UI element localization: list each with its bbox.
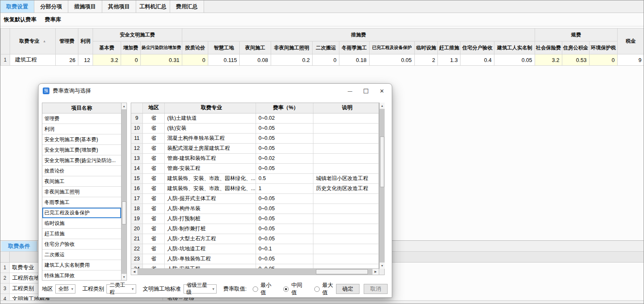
rate-cell-profession[interactable]: 建筑装饰、安装、市政、园林绿化、... <box>165 174 256 183</box>
fee-cell[interactable]: 0 <box>121 54 141 66</box>
dialog-titlebar[interactable]: 预 费率查询与选择 — ☐ ✕ <box>39 84 392 98</box>
rate-table-vscrollbar[interactable]: ▲ ▼ <box>379 103 385 269</box>
rate-table-row[interactable]: 10省(轨)安装0~0.05 <box>131 124 379 134</box>
rate-cell-rate[interactable]: 0~0.05 <box>256 214 313 224</box>
rate-table-row[interactable]: 18省人防-构件吊装0~0.05 <box>131 204 379 214</box>
rate-cell-region[interactable]: 省 <box>143 134 165 143</box>
fee-col-header[interactable]: 按质论价 <box>182 41 208 54</box>
rate-cell-profession[interactable]: 人防-安装工程 <box>165 264 256 269</box>
civilized-site-standard-select[interactable]: 省级三星级 ▼ <box>184 284 217 294</box>
list-item[interactable]: 特殊施工降效 <box>42 271 121 280</box>
list-item[interactable]: 安全文明施工费(增加费) <box>42 145 121 155</box>
fee-col-header[interactable]: 赶工措施 <box>438 41 460 54</box>
list-item[interactable]: 安全文明施工费(基本费) <box>42 134 121 145</box>
rate-cell-region[interactable]: 省 <box>143 234 165 244</box>
rate-cell-note[interactable] <box>313 214 379 224</box>
rate-cell-rate[interactable]: 0~0.1 <box>256 244 313 254</box>
list-item[interactable]: 建筑工人实名制费用 <box>42 260 121 271</box>
list-item[interactable]: 住宅分户验收 <box>42 239 121 250</box>
fee-cell[interactable]: 1.3 <box>438 54 460 66</box>
list-item[interactable]: 非夜间施工照明 <box>42 187 121 197</box>
list-item[interactable]: 管理费 <box>42 113 121 124</box>
fee-cell[interactable]: 0.4 <box>460 54 494 66</box>
sort-asc-icon[interactable]: ▲ <box>43 39 46 43</box>
radio-option-1[interactable]: 中间值 <box>283 281 305 296</box>
rate-table-row[interactable]: 17省人防-掘开式主体工程0~0.05 <box>131 194 379 204</box>
rate-library-button[interactable]: 费率库 <box>45 16 61 23</box>
radio-option-0[interactable]: 最小值 <box>253 281 274 296</box>
rate-cell-profession[interactable]: 人防-制作兼打桩 <box>165 224 256 234</box>
rate-cell-region[interactable]: 省 <box>143 164 165 173</box>
fee-col-header[interactable]: 增加费 <box>121 41 141 54</box>
fee-col-header[interactable]: 管理费 <box>56 28 78 54</box>
scroll-right-icon[interactable]: ▶ <box>372 269 379 275</box>
rate-table-row[interactable]: 23省人防-单独装饰工程0~0.05 <box>131 254 379 264</box>
region-select[interactable]: 全部 ▼ <box>55 284 75 294</box>
fee-cell[interactable]: 0 <box>182 54 208 66</box>
item-list-scrollbar[interactable]: ▲ ▼ <box>121 103 127 280</box>
radio-icon[interactable] <box>283 286 289 292</box>
rate-cell-rate[interactable]: 0~0.05 <box>256 194 313 204</box>
fee-cell[interactable]: 0.08 <box>240 54 271 66</box>
rate-cell-region[interactable]: 省 <box>143 204 165 214</box>
rate-cell-profession[interactable]: 人防-掘开式主体工程 <box>165 194 256 204</box>
tab-2[interactable]: 措施项目 <box>68 0 102 13</box>
fee-col-header[interactable]: 非夜间施工照明 <box>271 41 313 54</box>
tab-1[interactable]: 分部分项 <box>34 0 68 13</box>
rate-cell-profession[interactable]: (轨)土建轨道 <box>165 113 256 123</box>
rate-header-profession[interactable]: 取费专业 <box>165 103 256 113</box>
list-item[interactable]: 临时设施 <box>42 218 121 229</box>
list-item[interactable]: 利润 <box>42 124 121 134</box>
rate-cell-rate[interactable]: 0~0.02 <box>256 113 313 123</box>
rate-table-row[interactable]: 20省人防-制作兼打桩0~0.05 <box>131 224 379 234</box>
rate-cell-note[interactable] <box>313 194 379 204</box>
rate-table-vscroll-thumb[interactable] <box>380 137 384 187</box>
tab-3[interactable]: 其他项目 <box>102 0 136 13</box>
fee-col-header[interactable]: 冬雨季施工 <box>339 41 370 54</box>
rate-table-row[interactable]: 19省人防-打预制桩0~0.05 <box>131 214 379 224</box>
list-item[interactable]: 按质论价 <box>42 166 121 176</box>
rate-cell-region[interactable]: 省 <box>143 144 165 153</box>
fee-cell[interactable]: 26 <box>56 54 78 66</box>
minimize-icon[interactable]: — <box>348 89 352 93</box>
rate-cell-region[interactable]: 省 <box>143 224 165 234</box>
cancel-button[interactable]: 取消 <box>364 284 388 294</box>
rate-cell-rate[interactable]: 0~0.02 <box>256 154 313 163</box>
rate-cell-rate[interactable]: 0~0.05 <box>256 234 313 244</box>
fee-cell[interactable]: 1 <box>1 54 10 66</box>
fee-col-header[interactable]: 环境保护税 <box>590 41 618 54</box>
rate-table-row[interactable]: 13省管廊-建筑和装饰工程0~0.02 <box>131 154 379 164</box>
fee-cell[interactable]: 0.31 <box>140 54 182 66</box>
rate-table-hscroll-thumb[interactable] <box>316 269 367 274</box>
radio-icon[interactable] <box>314 286 320 292</box>
rate-cell-region[interactable]: 省 <box>143 174 165 183</box>
rate-cell-rate[interactable]: 0~0.05 <box>256 264 313 269</box>
rate-table-row[interactable]: 14省管廊-安装工程0~0.05 <box>131 164 379 174</box>
list-item[interactable]: 安全文明施工费(扬尘污染防治... <box>42 155 121 166</box>
rate-cell-region[interactable]: 省 <box>143 113 165 123</box>
rate-cell-note[interactable]: 历史文化街区改造工程 <box>313 184 379 193</box>
item-list-scroll-thumb[interactable] <box>122 201 126 224</box>
rate-cell-profession[interactable]: 装配式混凝土房屋建筑工程 <box>165 144 256 153</box>
scroll-up-icon[interactable]: ▲ <box>380 103 385 109</box>
rate-header-region[interactable]: 地区 <box>143 103 165 113</box>
rate-table-row[interactable]: 11省混凝土构件单独吊装工程0~0.05 <box>131 134 379 144</box>
rate-cell-note[interactable] <box>313 113 379 123</box>
item-list-scroll-track[interactable] <box>122 109 127 274</box>
rate-table-row[interactable]: 21省人防-大型土石方工程0~0.05 <box>131 234 379 244</box>
fee-cell[interactable]: 3.2 <box>93 54 121 66</box>
rate-table-row[interactable]: 15省建筑装饰、安装、市政、园林绿化、...0.5城镇老旧小区改造工程 <box>131 174 379 184</box>
rate-cell-rate[interactable]: 1 <box>256 184 313 193</box>
rate-cell-profession[interactable]: 建筑装饰、安装、市政、园林绿化、... <box>165 184 256 193</box>
rate-table-vscroll-track[interactable] <box>380 109 385 263</box>
fee-col-header[interactable]: 夜间施工 <box>240 41 271 54</box>
maximize-icon[interactable]: ☐ <box>363 88 369 94</box>
radio-icon[interactable] <box>253 286 258 292</box>
rate-header-rate[interactable]: 费率（%） <box>256 103 313 113</box>
fee-cell[interactable]: 建筑工程 <box>10 54 56 66</box>
rate-table-row[interactable]: 12省装配式混凝土房屋建筑工程0~0.05 <box>131 144 379 154</box>
fee-cell[interactable]: 0.2 <box>271 54 313 66</box>
rate-cell-note[interactable] <box>313 224 379 234</box>
rate-cell-region[interactable]: 省 <box>143 254 165 264</box>
fee-col-header[interactable]: 二次搬运 <box>313 41 339 54</box>
